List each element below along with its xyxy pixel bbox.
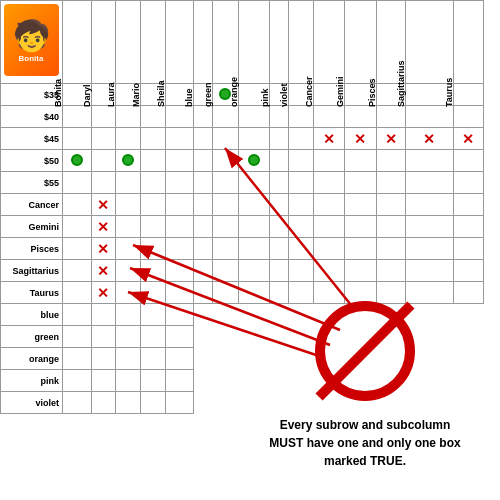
cell-tau-blue[interactable] [193, 282, 213, 304]
cell-pisces-sheila[interactable] [166, 238, 194, 260]
cell-55-mario[interactable] [141, 172, 166, 194]
cell-orange-laura[interactable] [115, 348, 141, 370]
cell-pisces-blue[interactable] [193, 238, 213, 260]
cell-orange-bonita[interactable] [63, 348, 92, 370]
avatar-name: Bonita [19, 54, 44, 63]
cell-55-laura[interactable] [115, 172, 141, 194]
cell-45-sheila[interactable] [166, 128, 194, 150]
cell-sag-mario[interactable] [141, 260, 166, 282]
cell-tau-sheila[interactable] [166, 282, 194, 304]
cell-cancer-bonita[interactable] [63, 194, 92, 216]
row-label-40: $40 [1, 106, 63, 128]
cell-violet-mario[interactable] [141, 392, 166, 414]
cell-gemini-daryl[interactable]: ✕ [92, 216, 116, 238]
cell-tau-daryl[interactable]: ✕ [92, 282, 116, 304]
col-header-daryl: Daryl [92, 1, 116, 84]
cell-sag-daryl[interactable]: ✕ [92, 260, 116, 282]
cell-blue-sheila[interactable] [166, 304, 194, 326]
cell-pisces-bonita[interactable] [63, 238, 92, 260]
cell-tau-mario[interactable] [141, 282, 166, 304]
cell-cancer-mario[interactable] [141, 194, 166, 216]
corner-avatar-cell: 🧒 Bonita [1, 1, 63, 84]
avatar-face: 🧒 [13, 18, 50, 53]
cell-pisces-daryl[interactable]: ✕ [92, 238, 116, 260]
cell-sag-laura[interactable] [115, 260, 141, 282]
cell-green-bonita[interactable] [63, 326, 92, 348]
cell-blue-mario[interactable] [141, 304, 166, 326]
cell-orange-daryl[interactable] [92, 348, 116, 370]
cell-50-laura[interactable] [115, 150, 141, 172]
row-label-pisces: Pisces [1, 238, 63, 260]
cell-cancer-blue[interactable] [193, 194, 213, 216]
cell-40-sheila[interactable] [166, 106, 194, 128]
cell-violet-bonita[interactable] [63, 392, 92, 414]
cell-45-mario[interactable] [141, 128, 166, 150]
cell-50-blue[interactable] [193, 150, 213, 172]
cell-tau-laura[interactable] [115, 282, 141, 304]
col-label-laura: Laura [106, 82, 116, 107]
cell-40-blue[interactable] [193, 106, 213, 128]
col-header-bonita: Bonita [63, 1, 92, 84]
cell-gemini-mario[interactable] [141, 216, 166, 238]
cell-violet-daryl[interactable] [92, 392, 116, 414]
cell-pink-sheila[interactable] [166, 370, 194, 392]
col-header-mario: Mario [141, 1, 166, 84]
cell-green-mario[interactable] [141, 326, 166, 348]
cell-sag-sheila[interactable] [166, 260, 194, 282]
green-marker [122, 154, 134, 166]
avatar: 🧒 Bonita [1, 1, 63, 81]
right-panel: Every subrow and subcolumn MUST have one… [230, 0, 500, 500]
cell-45-daryl[interactable] [92, 128, 116, 150]
cell-50-sheila[interactable] [166, 150, 194, 172]
col-label-green: green [203, 82, 213, 107]
cell-blue-bonita[interactable] [63, 304, 92, 326]
row-label-taurus: Taurus [1, 282, 63, 304]
cell-gemini-sheila[interactable] [166, 216, 194, 238]
cell-blue-laura[interactable] [115, 304, 141, 326]
cell-pisces-mario[interactable] [141, 238, 166, 260]
cell-orange-mario[interactable] [141, 348, 166, 370]
cell-violet-laura[interactable] [115, 392, 141, 414]
cell-green-daryl[interactable] [92, 326, 116, 348]
cell-45-blue[interactable] [193, 128, 213, 150]
cell-green-sheila[interactable] [166, 326, 194, 348]
cell-sag-blue[interactable] [193, 260, 213, 282]
cell-40-mario[interactable] [141, 106, 166, 128]
cell-55-sheila[interactable] [166, 172, 194, 194]
cell-45-bonita[interactable] [63, 128, 92, 150]
cell-40-daryl[interactable] [92, 106, 116, 128]
cell-pisces-laura[interactable] [115, 238, 141, 260]
cell-55-bonita[interactable] [63, 172, 92, 194]
cell-blue-daryl[interactable] [92, 304, 116, 326]
cell-pink-laura[interactable] [115, 370, 141, 392]
cell-cancer-sheila[interactable] [166, 194, 194, 216]
cell-green-laura[interactable] [115, 326, 141, 348]
cell-55-daryl[interactable] [92, 172, 116, 194]
cell-50-mario[interactable] [141, 150, 166, 172]
cell-50-daryl[interactable] [92, 150, 116, 172]
cell-pink-mario[interactable] [141, 370, 166, 392]
cell-50-bonita[interactable] [63, 150, 92, 172]
cell-cancer-laura[interactable] [115, 194, 141, 216]
cell-40-laura[interactable] [115, 106, 141, 128]
cell-violet-sheila[interactable] [166, 392, 194, 414]
row-label-violet-row: violet [1, 392, 63, 414]
cell-cancer-daryl[interactable]: ✕ [92, 194, 116, 216]
cell-pink-daryl[interactable] [92, 370, 116, 392]
col-header-blue: blue [193, 1, 213, 84]
cell-gemini-bonita[interactable] [63, 216, 92, 238]
row-label-55: $55 [1, 172, 63, 194]
cell-gemini-laura[interactable] [115, 216, 141, 238]
cell-sag-bonita[interactable] [63, 260, 92, 282]
cell-40-bonita[interactable] [63, 106, 92, 128]
no-symbol [315, 301, 415, 401]
col-header-sheila: Sheila [166, 1, 194, 84]
cell-tau-bonita[interactable] [63, 282, 92, 304]
cell-45-laura[interactable] [115, 128, 141, 150]
cell-orange-sheila[interactable] [166, 348, 194, 370]
cell-gemini-blue[interactable] [193, 216, 213, 238]
cell-55-blue[interactable] [193, 172, 213, 194]
row-label-50: $50 [1, 150, 63, 172]
cell-pink-bonita[interactable] [63, 370, 92, 392]
row-label-gemini: Gemini [1, 216, 63, 238]
